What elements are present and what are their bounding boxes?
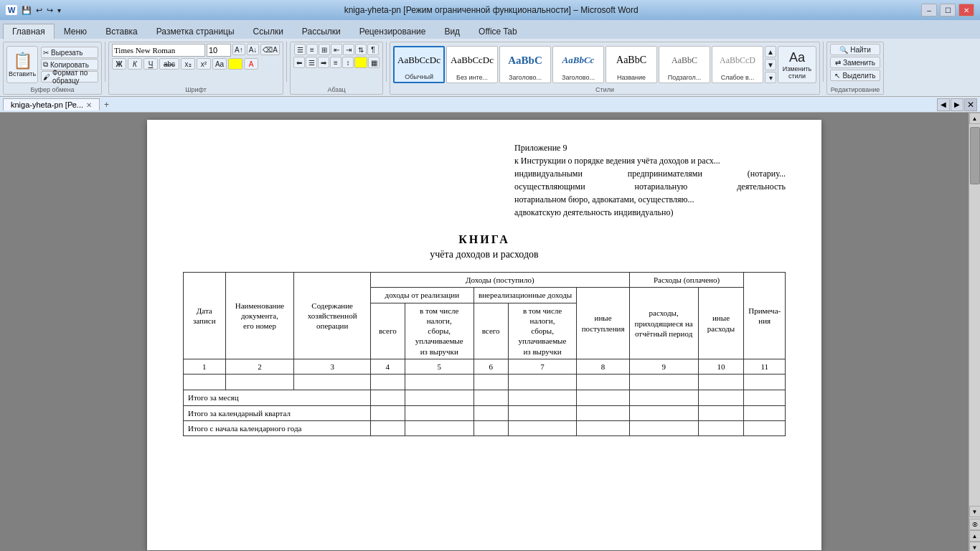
quick-save[interactable]: 💾: [22, 6, 32, 15]
styles-scroll-down[interactable]: ▼: [765, 59, 776, 70]
format-painter-button[interactable]: 🖌Формат по образцу: [41, 71, 98, 83]
multilevel-button[interactable]: ⊞: [319, 44, 330, 55]
italic-button[interactable]: К: [128, 58, 142, 70]
doc-tab-label: kniga-yheta-pn [Ре...: [11, 100, 83, 109]
style-no-spacing-button[interactable]: AaBbCcDc Без инте...: [446, 46, 498, 83]
tab-scroll: ◀ ▶ ✕: [937, 98, 980, 111]
bold-button[interactable]: Ж: [112, 58, 126, 70]
col-real-taxes-header: в том числе налоги,сборы, уплачиваемыеиз…: [405, 303, 473, 359]
change-styles-button[interactable]: Aa Изменить стили: [778, 46, 816, 83]
find-icon: 🔍: [839, 46, 848, 54]
doc-scroll[interactable]: Приложение 9 к Инструкции о порядке веде…: [0, 113, 969, 551]
increase-indent-button[interactable]: ⇥: [343, 44, 354, 55]
new-tab-button[interactable]: +: [100, 98, 113, 111]
tab-home[interactable]: Главная: [3, 24, 55, 39]
paragraph-content: ☰ ≡ ⊞ ⇤ ⇥ ⇅ ¶ ⬅ ☰ ➡ ≡ ↕ ▦: [293, 44, 380, 93]
doc-tab-0[interactable]: kniga-yheta-pn [Ре... ✕: [3, 98, 100, 110]
align-right-button[interactable]: ➡: [318, 57, 329, 68]
find-button[interactable]: 🔍Найти: [830, 44, 880, 55]
col-expenses-sub-header: расходы,приходящиеся наотчётный период: [629, 288, 698, 359]
strikethrough-button[interactable]: abc: [159, 58, 179, 70]
editing-label: Редактирование: [827, 86, 883, 93]
tab-view[interactable]: Вид: [435, 24, 469, 39]
scroll-next-page[interactable]: ▲: [969, 530, 981, 542]
cut-button[interactable]: ✂Вырезать: [41, 47, 98, 58]
style-heading1-button[interactable]: AaBbC Заголово...: [499, 46, 551, 83]
style-subtitle-button[interactable]: AaBbC Подзагол...: [659, 46, 710, 83]
border-button[interactable]: ▦: [368, 57, 380, 68]
summary-row-year: Итого с начала календарного года: [184, 420, 786, 435]
doc-tab-close[interactable]: ✕: [86, 101, 92, 109]
document-page: Приложение 9 к Инструкции о порядке веде…: [147, 120, 821, 550]
scroll-down-button[interactable]: ▼: [969, 506, 981, 517]
select-button[interactable]: ↖Выделить: [830, 70, 880, 81]
scroll-thumb[interactable]: [970, 127, 980, 184]
font-name-input[interactable]: [112, 44, 205, 57]
copy-icon: ⧉: [43, 60, 48, 69]
shading-button[interactable]: [354, 57, 367, 68]
line-spacing-button[interactable]: ↕: [342, 57, 354, 68]
font-size-input[interactable]: [207, 44, 231, 57]
style-title-button[interactable]: AaBbC Название: [606, 46, 657, 83]
paste-button[interactable]: 📋 Вставить: [6, 46, 38, 83]
replace-button[interactable]: ⇄Заменить: [830, 57, 880, 68]
doc-area: Приложение 9 к Инструкции о порядке веде…: [0, 113, 980, 551]
quick-undo[interactable]: ↩: [36, 6, 42, 15]
maximize-button[interactable]: ☐: [940, 4, 956, 17]
col-other-income-header: иныепоступления: [577, 288, 629, 359]
minimize-button[interactable]: –: [921, 4, 937, 17]
clear-format-button[interactable]: ⌫A: [260, 44, 280, 55]
decrease-indent-button[interactable]: ⇤: [331, 44, 342, 55]
tab-scroll-right[interactable]: ▶: [951, 98, 963, 111]
subscript-button[interactable]: x₂: [181, 58, 195, 70]
col-nonreal-taxes-header: в том числе налоги,сборы, уплачиваемыеиз…: [508, 303, 577, 359]
tab-bar: kniga-yheta-pn [Ре... ✕ + ◀ ▶ ✕: [0, 97, 980, 113]
col-num-6: 6: [473, 359, 508, 375]
main-table: Датазаписи Наименование документа,его но…: [183, 272, 786, 436]
tab-insert[interactable]: Вставка: [96, 24, 147, 39]
decrease-font-button[interactable]: A↓: [247, 44, 260, 55]
font-color-button[interactable]: A: [244, 58, 258, 70]
tab-bar-close[interactable]: ✕: [964, 98, 977, 111]
tab-menu[interactable]: Меню: [55, 24, 96, 39]
justify-button[interactable]: ≡: [330, 57, 341, 68]
scroll-select-browse-object[interactable]: ⦿: [969, 519, 981, 530]
scroll-up-button[interactable]: ▲: [969, 113, 981, 124]
col-num-5: 5: [405, 359, 473, 375]
styles-more[interactable]: ▾: [765, 72, 776, 83]
table-header-row1: Датазаписи Наименование документа,его но…: [184, 273, 786, 288]
align-left-button[interactable]: ⬅: [293, 57, 305, 68]
title-bar: W 💾 ↩ ↪ ▾ kniga-yheta-pn [Режим ограниче…: [0, 0, 980, 20]
highlight-button[interactable]: [228, 58, 242, 70]
sort-button[interactable]: ⇅: [355, 44, 367, 55]
header-line3: индивидуальнымипредпринимателями(нотариу…: [514, 167, 786, 180]
increase-font-button[interactable]: A↑: [232, 44, 245, 55]
tab-review[interactable]: Рецензирование: [350, 24, 435, 39]
tab-mailings[interactable]: Рассылки: [293, 24, 350, 39]
col-realization-header: доходы от реализации: [370, 288, 473, 303]
show-marks-button[interactable]: ¶: [367, 44, 379, 55]
tab-officetab[interactable]: Office Tab: [469, 24, 527, 39]
style-subtle-button[interactable]: AaBbCcD Слабое в...: [712, 46, 763, 83]
scroll-prev-page[interactable]: ▼: [969, 542, 981, 551]
style-heading2-button[interactable]: AaBbCc Заголово...: [552, 46, 604, 83]
bullets-button[interactable]: ☰: [294, 44, 306, 55]
vertical-scrollbar[interactable]: ▲ ▼ ⦿ ▲ ▼: [969, 113, 980, 551]
quick-redo[interactable]: ↪: [47, 6, 53, 15]
style-normal-button[interactable]: AaBbCcDc Обычный: [393, 46, 445, 83]
tab-page-layout[interactable]: Разметка страницы: [147, 24, 244, 39]
styles-scroll-up[interactable]: ▲: [765, 46, 776, 57]
doc-subtitle: учёта доходов и расходов: [183, 249, 786, 260]
styles-label: Стили: [390, 86, 819, 93]
cut-icon: ✂: [43, 49, 49, 57]
close-button[interactable]: ✕: [958, 4, 974, 17]
tab-scroll-left[interactable]: ◀: [937, 98, 950, 111]
tab-references[interactable]: Ссылки: [244, 24, 293, 39]
paragraph-label: Абзац: [291, 86, 382, 93]
numbering-button[interactable]: ≡: [306, 44, 318, 55]
superscript-button[interactable]: x²: [197, 58, 211, 70]
underline-button[interactable]: Ч: [143, 58, 158, 70]
font-case-button[interactable]: Aa: [212, 58, 227, 70]
align-center-button[interactable]: ☰: [306, 57, 317, 68]
col-num-3: 3: [294, 359, 371, 375]
